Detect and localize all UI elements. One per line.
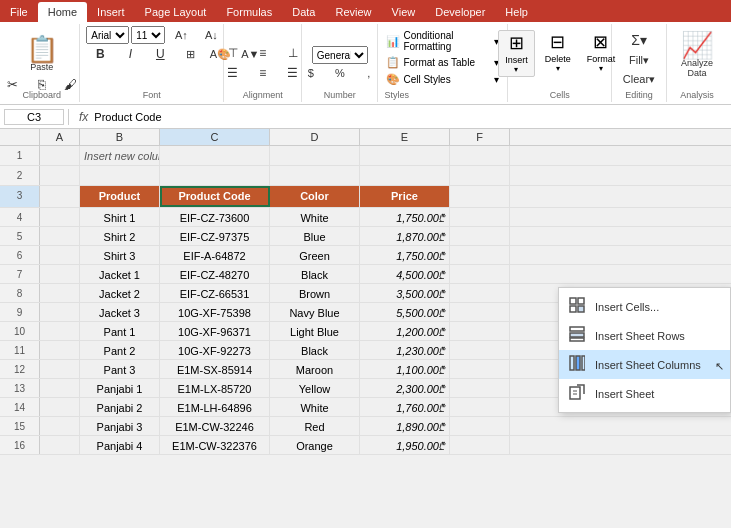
tab-file[interactable]: File [0, 2, 38, 22]
font-size-select[interactable]: 11 [131, 26, 165, 44]
cell-d13[interactable]: Yellow [270, 379, 360, 397]
cell-a7[interactable] [40, 265, 80, 283]
number-format-select[interactable]: General [312, 46, 368, 64]
col-header-b[interactable]: B [80, 129, 160, 145]
align-top-button[interactable]: ⊤ [219, 44, 247, 62]
cell-b15[interactable]: Panjabi 3 [80, 417, 160, 435]
menu-insert-sheet[interactable]: Insert Sheet [559, 379, 730, 408]
cell-b8[interactable]: Jacket 2 [80, 284, 160, 302]
cell-d11[interactable]: Black [270, 341, 360, 359]
cell-a11[interactable] [40, 341, 80, 359]
cell-f10[interactable] [450, 322, 510, 340]
cell-a1[interactable] [40, 146, 80, 165]
cell-b13[interactable]: Panjabi 1 [80, 379, 160, 397]
col-header-a[interactable]: A [40, 129, 80, 145]
cell-f5[interactable] [450, 227, 510, 245]
cell-b7[interactable]: Jacket 1 [80, 265, 160, 283]
paste-button[interactable]: 📋 Paste [22, 34, 62, 74]
cell-a9[interactable] [40, 303, 80, 321]
cell-a2[interactable] [40, 166, 80, 185]
cell-d7[interactable]: Black [270, 265, 360, 283]
cell-reference-input[interactable] [4, 109, 64, 125]
cell-f8[interactable] [450, 284, 510, 302]
cell-d2[interactable] [270, 166, 360, 185]
cell-e12[interactable]: 1,100.00₾ [360, 360, 450, 378]
cell-f12[interactable] [450, 360, 510, 378]
cell-a13[interactable] [40, 379, 80, 397]
format-as-table-button[interactable]: 📋 Format as Table ▾ [384, 55, 501, 70]
cell-c15[interactable]: E1M-CW-32246 [160, 417, 270, 435]
sum-button[interactable]: Σ▾ [625, 30, 653, 50]
cell-c2[interactable] [160, 166, 270, 185]
align-left-button[interactable]: ☰ [219, 64, 247, 82]
cell-f13[interactable] [450, 379, 510, 397]
cell-b1[interactable]: Insert new columns for Non-contiguous ce… [80, 146, 160, 165]
cell-c3[interactable]: Product Code [160, 186, 270, 207]
tab-help[interactable]: Help [495, 2, 538, 22]
cell-f14[interactable] [450, 398, 510, 416]
cell-f1[interactable] [450, 146, 510, 165]
menu-insert-sheet-columns[interactable]: Insert Sheet Columns [559, 350, 730, 379]
cell-d8[interactable]: Brown [270, 284, 360, 302]
cell-c12[interactable]: E1M-SX-85914 [160, 360, 270, 378]
cell-d1[interactable] [270, 146, 360, 165]
formula-input[interactable] [94, 111, 727, 123]
cell-d6[interactable]: Green [270, 246, 360, 264]
menu-insert-sheet-rows[interactable]: Insert Sheet Rows [559, 321, 730, 350]
cell-b9[interactable]: Jacket 3 [80, 303, 160, 321]
cell-d12[interactable]: Maroon [270, 360, 360, 378]
cell-b5[interactable]: Shirt 2 [80, 227, 160, 245]
cell-b10[interactable]: Pant 1 [80, 322, 160, 340]
cell-f9[interactable] [450, 303, 510, 321]
col-header-d[interactable]: D [270, 129, 360, 145]
tab-data[interactable]: Data [282, 2, 325, 22]
cell-d4[interactable]: White [270, 208, 360, 226]
cell-f11[interactable] [450, 341, 510, 359]
cell-b4[interactable]: Shirt 1 [80, 208, 160, 226]
cell-e7[interactable]: 4,500.00₾ [360, 265, 450, 283]
currency-button[interactable]: $ [297, 66, 325, 80]
tab-insert[interactable]: Insert [87, 2, 135, 22]
cell-b3[interactable]: Product [80, 186, 160, 207]
cell-c1[interactable] [160, 146, 270, 165]
cell-d10[interactable]: Light Blue [270, 322, 360, 340]
delete-button[interactable]: ⊟ Delete ▾ [539, 30, 577, 77]
cell-b6[interactable]: Shirt 3 [80, 246, 160, 264]
cell-a12[interactable] [40, 360, 80, 378]
cell-e15[interactable]: 1,890.00₾ [360, 417, 450, 435]
tab-review[interactable]: Review [325, 2, 381, 22]
cell-b2[interactable] [80, 166, 160, 185]
col-header-e[interactable]: E [360, 129, 450, 145]
cell-d14[interactable]: White [270, 398, 360, 416]
cell-d3[interactable]: Color [270, 186, 360, 207]
cell-a15[interactable] [40, 417, 80, 435]
cell-b12[interactable]: Pant 3 [80, 360, 160, 378]
cell-c9[interactable]: 10G-XF-75398 [160, 303, 270, 321]
cell-c16[interactable]: E1M-CW-322376 [160, 436, 270, 454]
tab-developer[interactable]: Developer [425, 2, 495, 22]
cell-c10[interactable]: 10G-XF-96371 [160, 322, 270, 340]
bold-button[interactable]: B [86, 46, 114, 62]
cell-d16[interactable]: Orange [270, 436, 360, 454]
cell-c5[interactable]: EIF-CZ-97375 [160, 227, 270, 245]
font-family-select[interactable]: Arial [86, 26, 129, 44]
cell-d5[interactable]: Blue [270, 227, 360, 245]
cell-e6[interactable]: 1,750.00₾ [360, 246, 450, 264]
fill-button[interactable]: Fill▾ [625, 52, 653, 69]
cell-d9[interactable]: Navy Blue [270, 303, 360, 321]
col-header-c[interactable]: C [160, 129, 270, 145]
increase-font-button[interactable]: A↑ [167, 28, 195, 42]
cell-e10[interactable]: 1,200.00₾ [360, 322, 450, 340]
cell-a6[interactable] [40, 246, 80, 264]
tab-formulas[interactable]: Formulas [216, 2, 282, 22]
cell-f15[interactable] [450, 417, 510, 435]
cell-e3[interactable]: Price [360, 186, 450, 207]
cell-b16[interactable]: Panjabi 4 [80, 436, 160, 454]
cell-a5[interactable] [40, 227, 80, 245]
cell-a4[interactable] [40, 208, 80, 226]
cell-b14[interactable]: Panjabi 2 [80, 398, 160, 416]
cell-e9[interactable]: 5,500.00₾ [360, 303, 450, 321]
clear-button[interactable]: Clear▾ [619, 71, 659, 88]
tab-view[interactable]: View [382, 2, 426, 22]
cell-e14[interactable]: 1,760.00₾ [360, 398, 450, 416]
